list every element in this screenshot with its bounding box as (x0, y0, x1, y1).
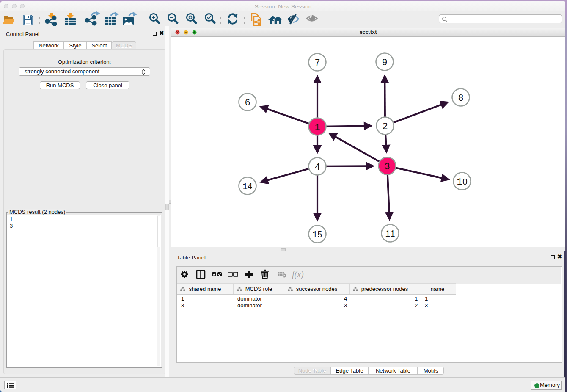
svg-text:1: 1 (314, 122, 320, 133)
svg-text:2: 2 (382, 121, 388, 132)
svg-text:f(x): f(x) (292, 270, 304, 279)
svg-text:4: 4 (314, 162, 320, 173)
svg-text:9: 9 (382, 58, 387, 68)
svg-text:1: 1 (457, 177, 462, 188)
svg-text:3: 3 (384, 162, 390, 172)
svg-text:8: 8 (458, 93, 463, 104)
svg-text:7: 7 (314, 58, 320, 69)
svg-text:6: 6 (245, 98, 250, 108)
svg-text:11: 11 (385, 229, 395, 240)
svg-text:15: 15 (313, 230, 322, 240)
svg-text:0: 0 (462, 177, 467, 186)
svg-text:14: 14 (243, 182, 253, 192)
